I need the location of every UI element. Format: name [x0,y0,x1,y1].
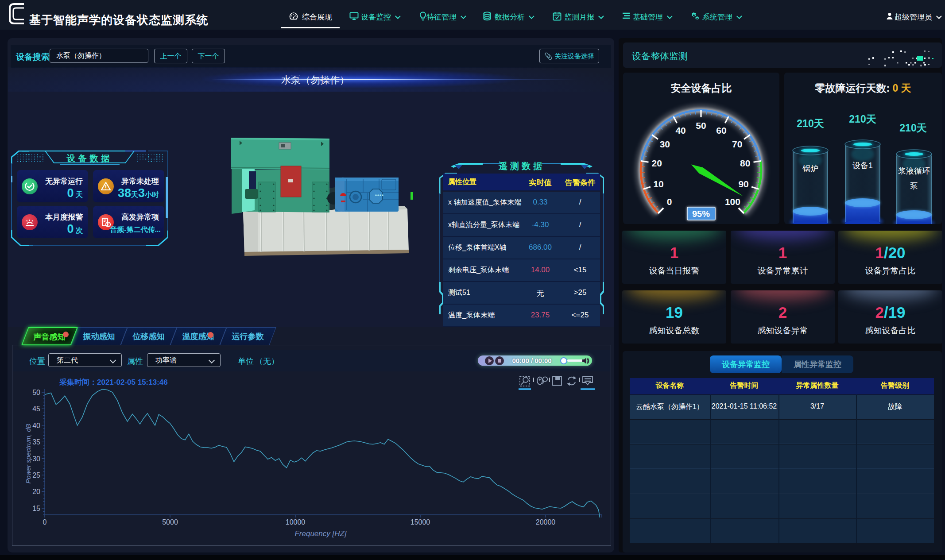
svg-text:0: 0 [667,197,672,207]
svg-text:5000: 5000 [162,518,178,526]
svg-text:80: 80 [740,158,750,168]
svg-text:35: 35 [32,438,40,446]
svg-text:20: 20 [652,158,662,168]
svg-text:30: 30 [660,139,670,149]
svg-text:30: 30 [32,455,40,463]
svg-text:Power spectrum, dB: Power spectrum, dB [24,424,32,483]
svg-text:50: 50 [696,120,706,131]
svg-text:0: 0 [43,518,47,526]
svg-text:20: 20 [32,488,40,495]
svg-text:10000: 10000 [286,518,306,526]
svg-text:40: 40 [675,125,686,135]
svg-text:50: 50 [32,389,40,396]
svg-text:45: 45 [32,405,40,413]
svg-text:70: 70 [732,139,742,149]
svg-text:100: 100 [725,197,740,207]
svg-text:60: 60 [716,125,726,135]
svg-text:15000: 15000 [411,518,430,526]
svg-text:10: 10 [653,179,663,189]
svg-text:25: 25 [32,471,40,479]
svg-text:15: 15 [32,505,40,512]
svg-text:90: 90 [738,179,748,189]
svg-text:95%: 95% [692,209,710,219]
svg-text:20000: 20000 [536,518,556,526]
svg-text:40: 40 [32,422,40,429]
svg-text:Frequency [HZ]: Frequency [HZ] [294,529,347,538]
